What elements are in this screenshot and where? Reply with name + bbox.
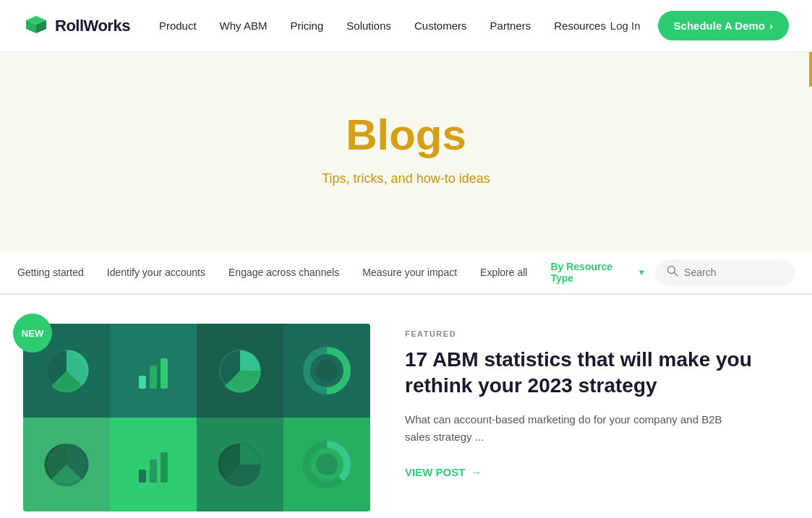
blog-img-cell-5 [23,418,110,511]
blog-img-cell-3 [197,324,283,418]
search-input[interactable] [684,267,785,278]
nav-item-customers[interactable]: Customers [414,20,467,32]
featured-label: FEATURED [405,329,752,338]
featured-row: NEW [23,324,789,511]
blog-image-wrap: NEW [23,324,370,511]
svg-line-4 [675,273,678,277]
svg-rect-14 [139,470,146,483]
resource-type-dropdown[interactable]: By Resource Type ▾ [539,251,655,294]
svg-rect-8 [161,358,168,389]
blog-img-cell-6 [110,418,197,511]
nav-links: Product Why ABM Pricing Solutions Custom… [159,20,610,32]
logo-text: RollWorks [55,17,130,35]
search-icon [667,265,678,280]
nav-item-pricing[interactable]: Pricing [290,20,323,32]
svg-rect-16 [161,452,168,483]
svg-point-20 [316,454,338,475]
view-post-link[interactable]: VIEW POST → [405,466,482,478]
hero-title: Blogs [14,110,798,160]
featured-title: 17 ABM statistics that will make you ret… [405,347,752,400]
nav-item-product[interactable]: Product [159,20,197,32]
nav-item-resources[interactable]: Resources [554,20,606,32]
featured-info: FEATURED 17 ABM statistics that will mak… [405,324,752,479]
new-badge: NEW [13,314,52,353]
filter-identify-accounts[interactable]: Identify your accounts [95,251,217,295]
schedule-demo-button[interactable]: Schedule A Demo › [658,11,789,40]
blog-img-cell-8 [283,418,370,511]
nav-item-partners[interactable]: Partners [490,20,531,32]
hero-subtitle: Tips, tricks, and how-to ideas [14,171,798,186]
hero-section: Blogs Tips, tricks, and how-to ideas [0,52,812,251]
chevron-down-icon: ▾ [639,267,644,277]
logo[interactable]: RollWorks [23,13,130,39]
blog-img-cell-4 [283,324,370,418]
nav-item-why-abm[interactable]: Why ABM [220,20,268,32]
filter-bar: Getting started Identify your accounts E… [0,251,812,295]
svg-rect-15 [150,459,157,483]
filter-measure-impact[interactable]: Measure your impact [351,251,469,295]
blog-img-cell-7 [197,418,283,511]
svg-rect-7 [150,366,157,389]
login-link[interactable]: Log In [610,20,641,32]
featured-description: What can account-based marketing do for … [405,411,738,446]
main-content: NEW [0,295,812,518]
search-box [655,259,795,285]
filter-engage-channels[interactable]: Engage across channels [217,251,351,295]
blog-img-cell-2 [110,324,197,418]
svg-point-12 [316,360,338,381]
svg-rect-6 [139,376,146,389]
logo-icon [23,13,49,39]
blog-image [23,324,370,511]
nav-actions: Log In Schedule A Demo › [610,11,789,40]
nav-item-solutions[interactable]: Solutions [346,20,391,32]
navbar: RollWorks Product Why ABM Pricing Soluti… [0,0,812,52]
filter-getting-started[interactable]: Getting started [17,251,95,295]
filter-explore-all[interactable]: Explore all [469,251,539,295]
